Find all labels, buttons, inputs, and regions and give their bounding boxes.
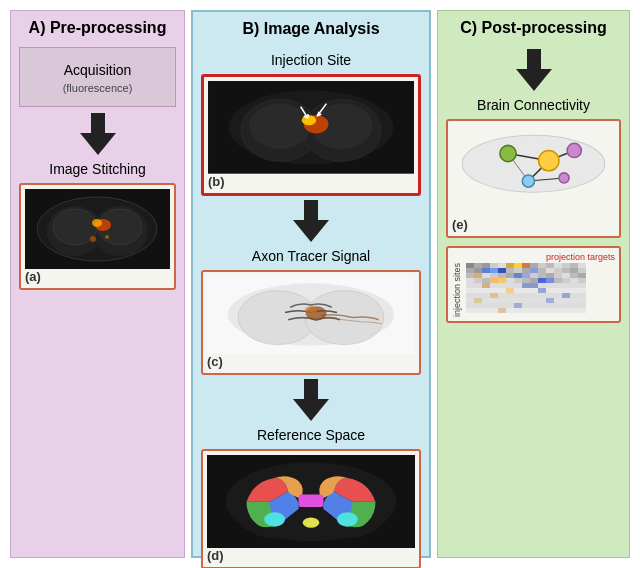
injection-site-image (208, 81, 414, 174)
panel-e-char: (e) (452, 217, 468, 232)
svg-rect-84 (490, 273, 498, 278)
svg-rect-34 (299, 494, 324, 506)
svg-rect-87 (514, 273, 522, 278)
stitching-label: Image Stitching (49, 161, 146, 177)
svg-rect-62 (554, 263, 562, 268)
svg-rect-99 (490, 278, 498, 283)
panel-c-char: (c) (207, 354, 223, 369)
col-c-postprocessing: C) Post-processing Brain Connectivity (437, 10, 630, 558)
svg-rect-67 (474, 268, 482, 273)
svg-rect-75 (538, 268, 546, 273)
svg-point-46 (539, 150, 559, 170)
svg-rect-90 (538, 273, 546, 278)
svg-rect-78 (562, 268, 570, 273)
svg-rect-108 (562, 278, 570, 283)
panel-b-char: (b) (208, 174, 225, 189)
svg-rect-77 (554, 268, 562, 273)
svg-rect-70 (498, 268, 506, 273)
svg-rect-123 (466, 303, 586, 308)
connectivity-network-image (452, 125, 615, 217)
svg-rect-120 (466, 298, 586, 303)
svg-point-37 (303, 517, 320, 527)
svg-rect-85 (498, 273, 506, 278)
col-a-content: Acquisition (fluorescence) Image Stitchi… (19, 47, 176, 292)
svg-point-9 (105, 235, 109, 239)
axon-tracer-box: (c) (201, 270, 421, 375)
svg-point-14 (249, 104, 311, 149)
col-b-header: B) Image Analysis (242, 20, 379, 38)
svg-rect-89 (530, 273, 538, 278)
svg-rect-59 (530, 263, 538, 268)
svg-rect-109 (570, 278, 578, 283)
svg-point-47 (567, 143, 581, 157)
svg-rect-124 (514, 303, 522, 308)
reference-space-box: (d) (201, 449, 421, 568)
axon-tracer-label: Axon Tracer Signal (252, 248, 370, 264)
col-a-preprocessing: A) Pre-processing Acquisition (fluoresce… (10, 10, 185, 558)
svg-rect-103 (522, 278, 530, 283)
svg-rect-81 (466, 273, 474, 278)
arrow-head-top (516, 69, 552, 91)
svg-rect-55 (498, 263, 506, 268)
svg-rect-110 (578, 278, 586, 283)
acquisition-sublabel: (fluorescence) (26, 82, 169, 94)
connectivity-network-box: (e) (446, 119, 621, 238)
connectivity-heatmap (466, 263, 586, 313)
projection-targets-label: projection targets (452, 252, 615, 262)
svg-point-8 (90, 236, 96, 242)
acquisition-label: Acquisition (26, 62, 169, 78)
svg-rect-106 (546, 278, 554, 283)
svg-point-7 (92, 219, 102, 227)
col-a-header: A) Pre-processing (29, 19, 167, 37)
svg-rect-105 (538, 278, 546, 283)
svg-rect-88 (522, 273, 530, 278)
arrow-acquisition-to-stitching (80, 113, 116, 155)
reference-space-image (207, 455, 415, 549)
svg-rect-107 (554, 278, 562, 283)
arrow-top-postprocessing (516, 49, 552, 91)
svg-rect-65 (578, 263, 586, 268)
svg-rect-61 (546, 263, 554, 268)
svg-rect-95 (578, 273, 586, 278)
svg-rect-76 (546, 268, 554, 273)
main-container: A) Pre-processing Acquisition (fluoresce… (0, 0, 640, 568)
col-c-content: Brain Connectivity (446, 47, 621, 325)
svg-rect-97 (474, 278, 482, 283)
connectivity-plot-box: projection targets injection sites (446, 246, 621, 323)
svg-rect-58 (522, 263, 530, 268)
svg-rect-119 (562, 293, 570, 298)
svg-rect-57 (514, 263, 522, 268)
svg-rect-69 (490, 268, 498, 273)
svg-rect-91 (546, 273, 554, 278)
panel-a-char: (a) (25, 269, 41, 284)
svg-rect-79 (570, 268, 578, 273)
svg-rect-80 (578, 268, 586, 273)
svg-rect-93 (562, 273, 570, 278)
arrow-shaft-1 (91, 113, 105, 133)
svg-rect-125 (466, 308, 586, 313)
svg-point-35 (264, 512, 285, 527)
stitching-image (25, 189, 170, 269)
injection-sites-label-container: injection sites (452, 263, 464, 317)
svg-rect-53 (482, 263, 490, 268)
injection-site-label: Injection Site (271, 52, 351, 68)
svg-rect-64 (570, 263, 578, 268)
svg-rect-66 (466, 268, 474, 273)
svg-rect-118 (490, 293, 498, 298)
svg-rect-73 (522, 268, 530, 273)
axon-tracer-image (207, 276, 415, 354)
svg-rect-92 (554, 273, 562, 278)
svg-rect-113 (522, 283, 538, 288)
arrow-head-2 (293, 220, 329, 242)
svg-rect-52 (474, 263, 482, 268)
svg-rect-54 (490, 263, 498, 268)
svg-rect-112 (482, 283, 490, 288)
svg-rect-63 (562, 263, 570, 268)
svg-rect-86 (506, 273, 514, 278)
svg-rect-115 (506, 288, 514, 293)
brain-connectivity-label: Brain Connectivity (477, 97, 590, 113)
arrow-head-3 (293, 399, 329, 421)
svg-rect-68 (482, 268, 490, 273)
svg-rect-126 (498, 308, 506, 313)
col-b-content: Injection Site (201, 48, 421, 568)
